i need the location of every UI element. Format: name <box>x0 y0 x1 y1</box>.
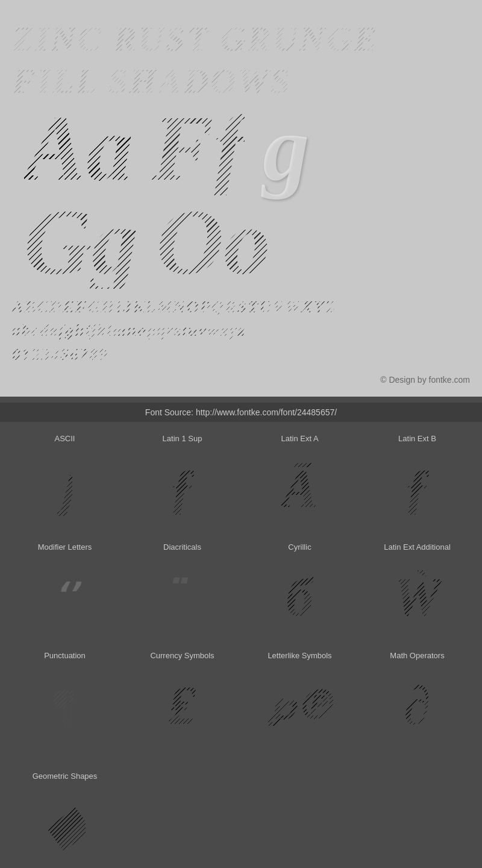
glyph-char-latin1sup: ƒ <box>169 462 196 516</box>
large-char-g-white: g <box>263 102 310 195</box>
glyph-label-mathoperators: Math Operators <box>390 651 444 660</box>
font-title: ZINC RUST GRUNGE FILL SHADOWS <box>12 18 470 102</box>
glyph-label-latinextadditional: Latin Ext Additional <box>384 542 451 552</box>
glyph-char-cyrillic: б <box>286 570 313 624</box>
glyph-char-latinextb: ƒ <box>404 462 431 516</box>
glyph-label-letterlikesymbols: Letterlike Symbols <box>268 651 331 660</box>
glyph-cell-mathoperators: Math Operators ∂ <box>358 645 476 753</box>
large-char-gg: Gg <box>24 195 138 289</box>
alphabet-uppercase: ABCDEFGHIJKLMNOPQRSTUVWXYZ <box>12 295 470 318</box>
glyph-char-container-latin1sup: ƒ <box>127 448 238 530</box>
glyph-char-geometricshapes: ◆ <box>44 799 86 854</box>
glyph-label-latin1sup: Latin 1 Sup <box>163 434 202 443</box>
glyph-label-diacriticals: Diacriticals <box>163 542 201 552</box>
glyph-cell-diacriticals: Diacriticals ̈ <box>124 536 241 645</box>
glyph-cell-ascii: ASCII ȷ <box>6 428 124 536</box>
large-char-aa: Aa <box>24 102 133 195</box>
glyph-cell-geometricshapes: Geometric Shapes ◆ <box>6 766 124 868</box>
glyph-label-ascii: ASCII <box>55 434 75 443</box>
glyph-char-container-latinexta: Ā <box>244 448 355 530</box>
glyph-char-container-diacriticals: ̈ <box>127 556 238 639</box>
glyph-char-currencysymbols: ₤ <box>169 679 196 733</box>
glyph-char-container-ascii: ȷ <box>9 448 120 530</box>
large-char-ff: Ff <box>151 102 245 195</box>
alphabet-lines: ABCDEFGHIJKLMNOPQRSTUVWXYZ abcdefghijklm… <box>12 295 470 366</box>
glyph-cell-latinexta: Latin Ext A Ā <box>241 428 358 536</box>
glyph-char-container-latinextadditional: Ẁ <box>362 556 473 639</box>
glyph-cell-cyrillic: Cyrillic б <box>241 536 358 645</box>
bottom-row: Geometric Shapes ◆ <box>0 760 482 868</box>
glyph-char-modifierletters: ʻʼ <box>54 579 77 615</box>
glyph-cell-latin1sup: Latin 1 Sup ƒ <box>124 428 241 536</box>
glyph-label-geometricshapes: Geometric Shapes <box>33 772 98 781</box>
large-chars-row1: Aa Ff g <box>24 102 458 195</box>
glyph-char-container-letterlikesymbols: ℘℗ <box>244 665 355 747</box>
glyph-label-modifierletters: Modifier Letters <box>38 542 92 552</box>
glyph-char-mathoperators: ∂ <box>404 679 430 733</box>
glyph-cell-latinextb: Latin Ext B ƒ <box>358 428 476 536</box>
glyph-char-punctuation: ¶ <box>53 679 77 734</box>
glyph-cell-punctuation: Punctuation ¶ <box>6 645 124 753</box>
glyph-char-letterlikesymbols: ℘℗ <box>267 687 333 726</box>
alphabet-digits: 0123456789 <box>12 342 470 366</box>
glyph-label-currencysymbols: Currency Symbols <box>150 651 214 660</box>
bottom-section: Font Source: http://www.fontke.com/font/… <box>0 397 482 868</box>
glyph-char-container-currencysymbols: ₤ <box>127 665 238 747</box>
glyph-char-container-punctuation: ¶ <box>9 665 120 747</box>
glyph-cell-letterlikesymbols: Letterlike Symbols ℘℗ <box>241 645 358 753</box>
glyph-char-ascii: ȷ <box>57 462 72 516</box>
glyph-cell-latinextadditional: Latin Ext Additional Ẁ <box>358 536 476 645</box>
glyph-label-punctuation: Punctuation <box>44 651 86 660</box>
glyph-char-container-cyrillic: б <box>244 556 355 639</box>
large-chars-row2: Gg Oo <box>24 195 458 289</box>
credit-line: © Design by fontke.com <box>12 375 470 385</box>
glyph-cell-currencysymbols: Currency Symbols ₤ <box>124 645 241 753</box>
glyph-char-latinexta: Ā <box>281 462 318 516</box>
glyph-label-cyrillic: Cyrillic <box>288 542 311 552</box>
preview-section: ZINC RUST GRUNGE FILL SHADOWS Aa Ff g Gg… <box>0 0 482 397</box>
alphabet-lowercase: abcdefghijklmnopqrstuvwxyz <box>12 318 470 342</box>
large-char-oo: Oo <box>156 195 270 289</box>
glyph-char-container-latinextb: ƒ <box>362 448 473 530</box>
glyph-char-container-mathoperators: ∂ <box>362 665 473 747</box>
glyph-label-latinexta: Latin Ext A <box>281 434 318 443</box>
glyph-char-latinextadditional: Ẁ <box>393 570 441 624</box>
glyph-label-latinextb: Latin Ext B <box>398 434 436 443</box>
glyph-cell-modifierletters: Modifier Letters ʻʼ <box>6 536 124 645</box>
glyph-char-container-modifierletters: ʻʼ <box>9 556 120 639</box>
glyph-char-container-geometricshapes: ◆ <box>9 785 120 868</box>
glyphs-grid: ASCII ȷ Latin 1 Sup ƒ Latin Ext A Ā Lati… <box>0 422 482 760</box>
font-source-line: Font Source: http://www.fontke.com/font/… <box>0 403 482 422</box>
